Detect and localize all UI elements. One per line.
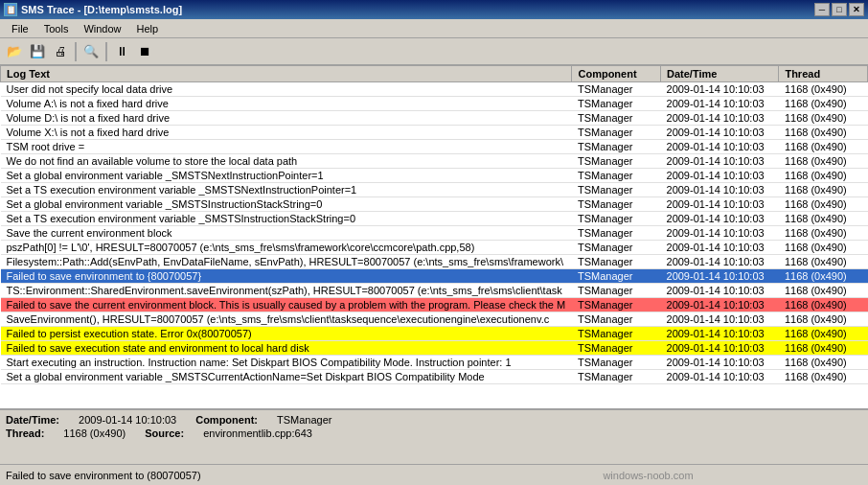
table-row[interactable]: SaveEnvironment(), HRESULT=80070057 (e:\… — [1, 312, 868, 327]
detail-panel: Date/Time: 2009-01-14 10:10:03 Component… — [0, 408, 868, 464]
cell-logtext: User did not specify local data drive — [1, 82, 572, 97]
table-row[interactable]: Volume D:\ is not a fixed hard driveTSMa… — [1, 111, 868, 126]
table-row[interactable]: Filesystem::Path::Add(sEnvPath, EnvDataF… — [1, 255, 868, 269]
table-row[interactable]: Set a global environment variable _SMSTS… — [1, 169, 868, 183]
table-row[interactable]: Failed to save environment to {80070057}… — [1, 269, 868, 284]
cell-thread: 1168 (0x490) — [779, 269, 868, 284]
cell-logtext: Start executing an instruction. Instruct… — [1, 356, 572, 370]
log-table[interactable]: Log Text Component Date/Time Thread User… — [0, 65, 868, 408]
print-button[interactable]: 🖨 — [50, 41, 71, 62]
col-header-component[interactable]: Component — [572, 66, 661, 82]
table-row[interactable]: We do not find an available volume to st… — [1, 154, 868, 169]
cell-component: TSManager — [572, 82, 661, 97]
table-row[interactable]: Failed to persist execution state. Error… — [1, 327, 868, 341]
table-row[interactable]: Set a TS execution environment variable … — [1, 212, 868, 226]
window-title: SMS Trace - [D:\temp\smsts.log] — [21, 4, 182, 15]
menu-help[interactable]: Help — [129, 21, 167, 36]
cell-logtext: Failed to persist execution state. Error… — [1, 327, 572, 341]
table-row[interactable]: Failed to save execution state and envir… — [1, 341, 868, 356]
cell-thread: 1168 (0x490) — [779, 356, 868, 370]
cell-logtext: TSM root drive = — [1, 140, 572, 154]
cell-thread: 1168 (0x490) — [779, 140, 868, 154]
cell-logtext: Failed to save environment to {80070057} — [1, 269, 572, 284]
log-data-table: Log Text Component Date/Time Thread User… — [0, 65, 868, 384]
table-row[interactable]: Save the current environment blockTSMana… — [1, 226, 868, 241]
minimize-button[interactable]: ─ — [814, 3, 830, 16]
table-row[interactable]: TS::Environment::SharedEnvironment.saveE… — [1, 284, 868, 298]
cell-thread: 1168 (0x490) — [779, 97, 868, 111]
cell-component: TSManager — [572, 341, 661, 356]
cell-component: TSManager — [572, 97, 661, 111]
cell-thread: 1168 (0x490) — [779, 82, 868, 97]
detail-datetime-value: 2009-01-14 10:10:03 — [79, 414, 176, 426]
pause-button[interactable]: ⏸ — [111, 41, 132, 62]
cell-datetime: 2009-01-14 10:10:03 — [661, 169, 779, 183]
open-button[interactable]: 📂 — [4, 41, 25, 62]
table-row[interactable]: Volume A:\ is not a fixed hard driveTSMa… — [1, 97, 868, 111]
cell-datetime: 2009-01-14 10:10:03 — [661, 341, 779, 356]
menu-file[interactable]: File — [4, 21, 36, 36]
cell-component: TSManager — [572, 140, 661, 154]
menu-tools[interactable]: Tools — [36, 21, 77, 36]
table-row[interactable]: Set a TS execution environment variable … — [1, 183, 868, 197]
cell-thread: 1168 (0x490) — [779, 183, 868, 197]
table-row[interactable]: Failed to save the current environment b… — [1, 298, 868, 312]
cell-logtext: Set a global environment variable _SMSTS… — [1, 169, 572, 183]
table-row[interactable]: pszPath[0] != L'\0', HRESULT=80070057 (e… — [1, 241, 868, 255]
table-row[interactable]: Start executing an instruction. Instruct… — [1, 356, 868, 370]
cell-datetime: 2009-01-14 10:10:03 — [661, 97, 779, 111]
status-left-text: Failed to save environment to (80070057) — [6, 470, 434, 481]
save-button[interactable]: 💾 — [27, 41, 48, 62]
search-button[interactable]: 🔍 — [80, 41, 102, 62]
cell-datetime: 2009-01-14 10:10:03 — [661, 212, 779, 226]
cell-datetime: 2009-01-14 10:10:03 — [661, 82, 779, 97]
detail-component-label: Component: — [195, 414, 258, 426]
cell-datetime: 2009-01-14 10:10:03 — [661, 327, 779, 341]
cell-component: TSManager — [572, 312, 661, 327]
separator-2 — [105, 42, 107, 61]
cell-datetime: 2009-01-14 10:10:03 — [661, 111, 779, 126]
cell-logtext: Volume A:\ is not a fixed hard drive — [1, 97, 572, 111]
col-header-datetime[interactable]: Date/Time — [661, 66, 779, 82]
col-header-logtext[interactable]: Log Text — [1, 66, 572, 82]
table-row[interactable]: Set a global environment variable _SMSTS… — [1, 197, 868, 212]
cell-datetime: 2009-01-14 10:10:03 — [661, 183, 779, 197]
cell-logtext: Set a global environment variable _SMSTS… — [1, 197, 572, 212]
cell-thread: 1168 (0x490) — [779, 212, 868, 226]
cell-component: TSManager — [572, 241, 661, 255]
cell-component: TSManager — [572, 111, 661, 126]
cell-component: TSManager — [572, 226, 661, 241]
cell-datetime: 2009-01-14 10:10:03 — [661, 298, 779, 312]
cell-component: TSManager — [572, 269, 661, 284]
table-row[interactable]: User did not specify local data driveTSM… — [1, 82, 868, 97]
cell-thread: 1168 (0x490) — [779, 241, 868, 255]
cell-datetime: 2009-01-14 10:10:03 — [661, 126, 779, 140]
cell-logtext: Volume X:\ is not a fixed hard drive — [1, 126, 572, 140]
table-row[interactable]: Set a global environment variable _SMSTS… — [1, 370, 868, 384]
toolbar: 📂 💾 🖨 🔍 ⏸ ⏹ — [0, 38, 868, 65]
detail-datetime-label: Date/Time: — [6, 414, 59, 426]
cell-logtext: Filesystem::Path::Add(sEnvPath, EnvDataF… — [1, 255, 572, 269]
table-row[interactable]: Volume X:\ is not a fixed hard driveTSMa… — [1, 126, 868, 140]
menu-bar: File Tools Window Help — [0, 19, 868, 38]
app-icon: 📋 — [4, 3, 17, 16]
col-header-thread[interactable]: Thread — [779, 66, 868, 82]
table-row[interactable]: TSM root drive =TSManager2009-01-14 10:1… — [1, 140, 868, 154]
cell-datetime: 2009-01-14 10:10:03 — [661, 284, 779, 298]
detail-source-label: Source: — [145, 427, 184, 439]
cell-component: TSManager — [572, 327, 661, 341]
cell-thread: 1168 (0x490) — [779, 312, 868, 327]
stop-button[interactable]: ⏹ — [134, 41, 155, 62]
close-button[interactable]: ✕ — [849, 3, 864, 16]
cell-component: TSManager — [572, 298, 661, 312]
separator-1 — [75, 42, 77, 61]
cell-component: TSManager — [572, 154, 661, 169]
cell-component: TSManager — [572, 255, 661, 269]
detail-thread-value: 1168 (0x490) — [63, 427, 126, 439]
maximize-button[interactable]: □ — [832, 3, 847, 16]
cell-logtext: SaveEnvironment(), HRESULT=80070057 (e:\… — [1, 312, 572, 327]
cell-datetime: 2009-01-14 10:10:03 — [661, 312, 779, 327]
detail-row-1: Date/Time: 2009-01-14 10:10:03 Component… — [6, 414, 862, 426]
cell-component: TSManager — [572, 284, 661, 298]
menu-window[interactable]: Window — [76, 21, 128, 36]
